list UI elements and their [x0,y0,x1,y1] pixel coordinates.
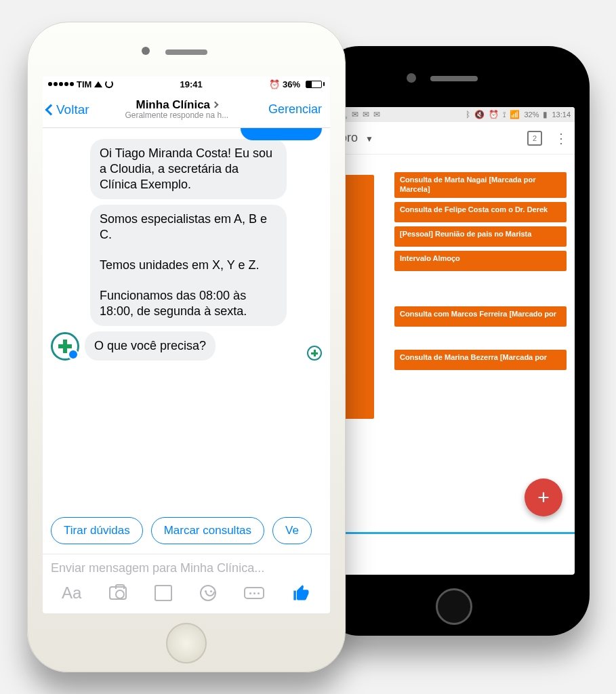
incoming-message[interactable]: O que você precisa? [85,331,215,361]
message-paragraph: Somos especialistas em A, B e C. [100,211,277,243]
today-day-number: 2 [533,134,537,142]
alarm-icon: ⏰ [489,110,499,119]
alarm-icon: ⏰ [269,79,280,89]
chevron-down-icon: ▼ [365,134,373,144]
more-button[interactable] [244,584,264,603]
composer-toolbar: Aa [51,575,322,611]
messenger-badge-icon [68,349,79,360]
month-dropdown[interactable]: bro ▼ [340,131,527,145]
quick-reply-button[interactable]: Tirar dúvidas [51,517,143,544]
android-screen: 🔧 ✉ ✉ ✉ ᛒ 🔇 ⏰ ⟟ 📶 32% ▮ 13:14 bro ▼ 2 ⋮ [333,107,575,575]
calendar-event[interactable]: Consulta de Marta Nagai [Marcada por Mar… [394,172,567,198]
overflow-menu-icon[interactable]: ⋮ [554,131,568,145]
plus-icon: + [537,486,550,508]
outgoing-bubble-peek [241,128,322,140]
mute-icon: 🔇 [474,110,485,119]
mail-icon: ✉ [352,110,358,119]
android-status-bar: 🔧 ✉ ✉ ✉ ᛒ 🔇 ⏰ ⟟ 📶 32% ▮ 13:14 [333,107,575,122]
carrier-label: TIM [77,79,91,89]
clock-time: 13:14 [552,110,571,119]
chat-scroll-area[interactable]: Oi Tiago Miranda Costa! Eu sou a Cloudia… [43,128,330,508]
battery-percent: 36% [283,79,300,89]
thumbs-up-icon [292,584,311,603]
battery-icon: ▮ [543,110,548,119]
home-button[interactable] [166,623,207,664]
camera-button[interactable] [109,584,127,603]
quick-reply-button[interactable]: Marcar consultas [151,517,264,544]
gallery-button[interactable] [155,584,172,603]
bluetooth-icon: ᛒ [466,110,470,119]
home-button[interactable] [436,588,472,625]
quick-replies-row[interactable]: Tirar dúvidas Marcar consultas Ve [43,508,330,554]
today-button[interactable]: 2 [527,131,542,146]
messenger-nav: Voltar Minha Clínica Geralmente responde… [43,91,330,128]
aa-icon: Aa [62,584,81,603]
calendar-gap [394,331,567,346]
location-icon: ⟟ [503,110,506,119]
message-paragraph: Temos unidades em X, Y e Z. [100,258,277,273]
incoming-message[interactable]: Oi Tiago Miranda Costa! Eu sou a Cloudia… [90,139,287,199]
calendar-event[interactable]: [Pessoal] Reunião de pais no Marista [394,226,567,247]
calendar-event[interactable]: Consulta de Marina Bezerra [Marcada por [394,350,567,370]
calendar-events-column: Consulta de Marta Nagai [Marcada por Mar… [394,172,567,370]
fab-add-event[interactable]: + [525,478,562,516]
battery-icon [306,81,325,88]
incoming-message-row: O que você precisa? [51,331,322,361]
wifi-icon [94,79,102,89]
calendar-event[interactable]: Consulta de Felipe Costa com o Dr. Derek [394,202,567,222]
smile-icon [200,585,216,601]
chevron-right-icon [212,102,219,108]
emoji-button[interactable] [200,584,216,603]
gallery-icon [157,588,172,601]
calendar-header: bro ▼ 2 ⋮ [333,122,575,155]
earpiece [430,76,478,81]
chat-title-area[interactable]: Minha Clínica Geralmente responde na h..… [94,98,260,121]
message-input-placeholder: Enviar mensagem para Minha Clínica... [51,561,264,575]
front-camera [142,47,150,55]
loading-spinner-icon [105,80,113,88]
mail-icon: ✉ [373,110,380,119]
clock-time: 19:41 [113,79,269,89]
like-button[interactable] [292,584,311,603]
chevron-left-icon [45,104,57,115]
composer: Enviar mensagem para Minha Clínica... Aa [43,554,330,613]
front-camera [407,73,416,83]
text-format-button[interactable]: Aa [62,584,81,603]
manage-button[interactable]: Gerenciar [264,102,326,117]
back-label: Voltar [56,102,89,117]
camera-icon [109,586,127,600]
battery-percent: 32% [524,110,539,119]
chat-title: Minha Clínica [136,98,210,112]
chat-subtitle: Geralmente responde na h... [94,111,260,121]
quick-reply-button[interactable]: Ve [272,517,312,544]
message-input[interactable]: Enviar mensagem para Minha Clínica... [51,561,322,575]
incoming-message[interactable]: Somos especialistas em A, B e C. Temos u… [90,205,287,326]
medical-cross-icon [63,340,67,353]
earpiece [165,49,207,55]
mail-icon: ✉ [363,110,369,119]
seen-avatar-icon [307,346,322,361]
more-icon [244,587,264,599]
calendar-gap [394,275,567,302]
phone-front-ios: TIM 19:41 ⏰ 36% Voltar Minha Clínica [27,22,346,672]
signal-icon: 📶 [510,110,520,119]
message-paragraph: Funcionamos das 08:00 às 18:00, de segun… [100,288,277,319]
phone-back-android: 🔧 ✉ ✉ ✉ ᛒ 🔇 ⏰ ⟟ 📶 32% ▮ 13:14 bro ▼ 2 ⋮ [319,46,590,636]
calendar-bottom-accent [333,530,575,534]
ios-status-bar: TIM 19:41 ⏰ 36% [43,77,330,91]
calendar-event[interactable]: Consulta com Marcos Ferreira [Marcado po… [394,306,567,327]
calendar-event[interactable]: Intervalo Almoço [394,251,567,271]
ios-screen: TIM 19:41 ⏰ 36% Voltar Minha Clínica [43,77,330,613]
signal-dots-icon [48,82,74,86]
calendar-day-view[interactable]: Consulta de Marta Nagai [Marcada por Mar… [333,155,575,534]
back-button[interactable]: Voltar [47,102,89,117]
bot-avatar[interactable] [51,332,79,361]
